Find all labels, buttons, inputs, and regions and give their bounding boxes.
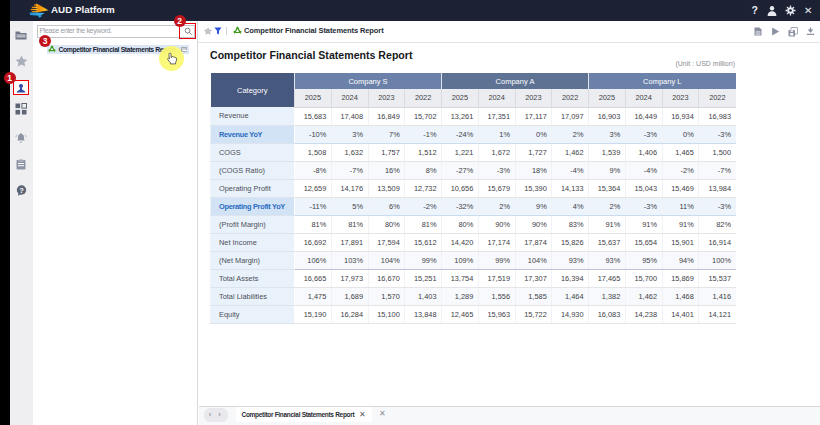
svg-text:?: ? [19, 185, 24, 194]
